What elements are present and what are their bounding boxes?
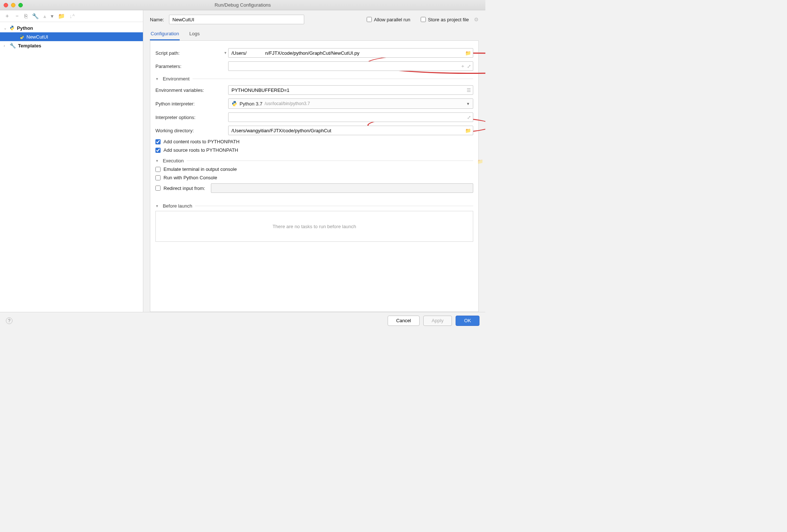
script-path-label: Script path: xyxy=(155,50,180,56)
interpreter-opts-label: Interpreter options: xyxy=(155,115,195,120)
env-vars-label: Environment variables: xyxy=(155,87,204,93)
cancel-button[interactable]: Cancel xyxy=(388,316,419,326)
ok-button[interactable]: OK xyxy=(456,316,479,326)
svg-point-2 xyxy=(21,35,21,35)
redirect-input-row: Redirect input from: 📁 xyxy=(155,183,473,193)
checkbox-label: Redirect input from: xyxy=(163,186,205,191)
interpreter-label: Python interpreter: xyxy=(155,101,195,107)
name-label: Name: xyxy=(150,17,164,22)
folder-icon[interactable]: 📁 xyxy=(465,50,471,56)
window-controls xyxy=(4,3,23,7)
titlebar: Run/Debug Configurations xyxy=(0,0,485,10)
tree-label: NewCutUI xyxy=(26,34,48,40)
wrench-icon[interactable]: 🔧 xyxy=(32,13,39,19)
interpreter-path: /usr/local/bin/python3.7 xyxy=(265,101,310,106)
maximize-window-icon[interactable] xyxy=(18,3,23,7)
checkbox[interactable] xyxy=(421,17,426,22)
interpreter-opts-input[interactable] xyxy=(228,112,473,122)
workdir-input[interactable] xyxy=(228,126,473,135)
sidebar-toolbar: ＋ － ⎘ 🔧 ▴ ▾ 📁 ↓ᴬ xyxy=(0,10,143,22)
environment-section-header[interactable]: ▼ Environment xyxy=(155,76,473,82)
workdir-row: Working directory: 📁 xyxy=(155,126,473,135)
checkbox-label: Store as project file xyxy=(428,17,469,22)
checkbox[interactable] xyxy=(155,186,161,191)
folder-icon[interactable]: 📁 xyxy=(477,158,479,164)
python-console-checkbox[interactable]: Run with Python Console xyxy=(155,175,473,180)
chevron-down-icon: ▼ xyxy=(155,159,159,163)
apply-button[interactable]: Apply xyxy=(423,316,452,326)
emulate-terminal-checkbox[interactable]: Emulate terminal in output console xyxy=(155,166,473,172)
gear-icon[interactable]: ⚙ xyxy=(474,17,479,22)
expand-icon[interactable]: ⤢ xyxy=(467,64,471,69)
tab-configuration[interactable]: Configuration xyxy=(150,29,180,40)
section-label: Before launch xyxy=(163,203,192,209)
plus-icon[interactable]: ＋ xyxy=(460,63,465,69)
folder-icon[interactable]: 📁 xyxy=(58,13,65,19)
footer: ? Cancel Apply OK xyxy=(0,312,485,329)
chevron-right-icon: › xyxy=(4,44,7,48)
python-icon xyxy=(231,101,237,107)
remove-icon[interactable]: － xyxy=(14,12,20,19)
list-icon[interactable]: ☰ xyxy=(467,87,471,93)
checkbox-label: Allow parallel run xyxy=(374,17,410,22)
python-icon xyxy=(19,34,24,39)
checkbox[interactable] xyxy=(155,167,161,172)
checkbox[interactable] xyxy=(155,139,161,144)
workdir-label: Working directory: xyxy=(155,128,194,133)
header-row: Name: Allow parallel run Store as projec… xyxy=(150,15,479,24)
env-vars-row: Environment variables: ☰ xyxy=(155,85,473,95)
allow-parallel-checkbox[interactable]: Allow parallel run xyxy=(367,17,410,22)
store-project-checkbox[interactable]: Store as project file xyxy=(421,17,469,22)
tree-label: Python xyxy=(17,25,33,31)
chevron-down-icon: ▼ xyxy=(155,204,159,208)
checkbox-label: Emulate terminal in output console xyxy=(163,166,237,172)
checkbox[interactable] xyxy=(155,175,161,180)
source-roots-checkbox[interactable]: Add source roots to PYTHONPATH xyxy=(155,147,473,153)
content-area: ＋ － ⎘ 🔧 ▴ ▾ 📁 ↓ᴬ ⌄ Python NewCutUI xyxy=(0,10,485,312)
sort-icon[interactable]: ↓ᴬ xyxy=(69,13,75,19)
section-label: Environment xyxy=(163,76,190,82)
close-window-icon[interactable] xyxy=(4,3,8,7)
window-title: Run/Debug Configurations xyxy=(215,2,271,8)
add-icon[interactable]: ＋ xyxy=(4,12,10,19)
env-vars-input[interactable] xyxy=(228,85,473,95)
tree-node-python[interactable]: ⌄ Python xyxy=(0,24,143,32)
script-path-row: Script path: ▼ 📁 xyxy=(155,48,473,58)
tab-logs[interactable]: Logs xyxy=(188,29,200,40)
minimize-window-icon[interactable] xyxy=(11,3,15,7)
expand-icon[interactable]: ⤢ xyxy=(467,115,471,120)
config-tree: ⌄ Python NewCutUI › 🔧 Templates xyxy=(0,22,143,312)
chevron-down-icon: ▼ xyxy=(155,77,159,81)
parameters-row: Parameters: ＋ ⤢ xyxy=(155,61,473,71)
copy-icon[interactable]: ⎘ xyxy=(24,13,28,19)
parameters-label: Parameters: xyxy=(155,64,182,69)
empty-message: There are no tasks to run before launch xyxy=(273,224,356,229)
chevron-down-icon: ⌄ xyxy=(4,26,7,30)
interpreter-dropdown[interactable]: Python 3.7 /usr/local/bin/python3.7 ▼ xyxy=(228,98,473,109)
interpreter-name: Python 3.7 xyxy=(240,101,262,107)
tree-node-templates[interactable]: › 🔧 Templates xyxy=(0,41,143,50)
svg-point-0 xyxy=(11,26,12,26)
checkbox[interactable] xyxy=(367,17,372,22)
tree-node-newcutui[interactable]: NewCutUI xyxy=(0,32,143,41)
execution-section-header[interactable]: ▼ Execution xyxy=(155,158,473,163)
interpreter-row: Python interpreter: Python 3.7 /usr/loca… xyxy=(155,98,473,109)
name-input[interactable] xyxy=(169,15,304,24)
checkbox[interactable] xyxy=(155,148,161,153)
up-icon[interactable]: ▴ xyxy=(43,13,46,19)
before-launch-section-header[interactable]: ▼ Before launch xyxy=(155,203,473,209)
checkbox-label: Run with Python Console xyxy=(163,175,217,180)
script-path-input[interactable] xyxy=(228,48,473,58)
content-roots-checkbox[interactable]: Add content roots to PYTHONPATH xyxy=(155,139,473,144)
help-icon[interactable]: ? xyxy=(6,317,12,324)
interpreter-opts-row: Interpreter options: ⤢ xyxy=(155,112,473,122)
parameters-input[interactable] xyxy=(228,61,473,71)
down-icon[interactable]: ▾ xyxy=(51,13,54,19)
main-panel: Name: Allow parallel run Store as projec… xyxy=(143,10,485,312)
tabs: Configuration Logs xyxy=(150,29,479,41)
svg-point-3 xyxy=(22,38,22,39)
section-label: Execution xyxy=(163,158,184,163)
folder-icon[interactable]: 📁 xyxy=(465,128,471,133)
python-icon xyxy=(10,25,15,30)
chevron-down-icon[interactable]: ▼ xyxy=(224,51,227,55)
